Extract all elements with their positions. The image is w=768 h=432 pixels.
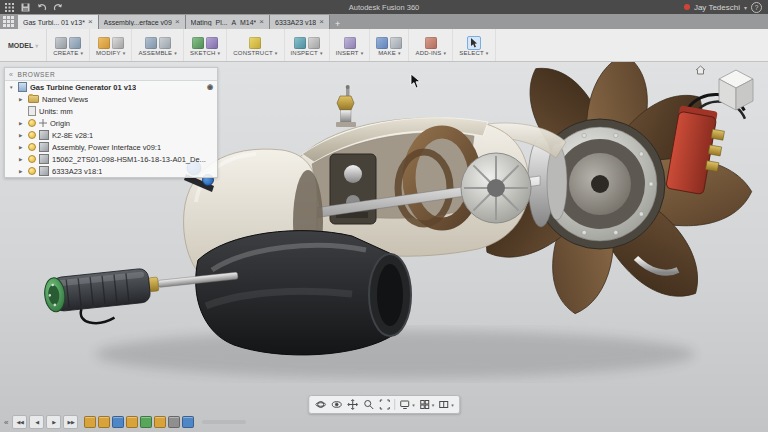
toolbar-group-assemble[interactable]: ASSEMBLE▾ <box>132 29 184 61</box>
group-label: INSPECT <box>291 50 318 56</box>
visibility-bulb-icon[interactable] <box>28 143 36 151</box>
timeline-collapse-icon[interactable]: « <box>2 418 10 427</box>
viewcube-home-icon[interactable] <box>694 64 707 76</box>
tab-close-icon[interactable]: × <box>319 18 324 26</box>
timeline-skip-start-button[interactable]: ◀◀ <box>12 415 27 429</box>
browser-row-units[interactable]: Units: mm <box>5 105 217 117</box>
section-analysis-icon <box>308 37 320 49</box>
toolbar-group-select[interactable]: SELECT▾ <box>453 29 495 61</box>
fit-view-icon[interactable] <box>378 398 391 411</box>
caret-down-icon[interactable]: ▾ <box>412 402 415 408</box>
redo-icon[interactable] <box>52 2 63 13</box>
caret-down-icon[interactable]: ▾ <box>451 402 454 408</box>
timeline-scrollbar[interactable] <box>202 420 246 424</box>
timeline-feature-marker[interactable] <box>140 416 152 428</box>
caret-down-icon[interactable]: ▾ <box>432 402 435 408</box>
toolbar-group-insert[interactable]: INSERT▾ <box>330 29 371 61</box>
timeline-skip-end-button[interactable]: ▶▶ <box>63 415 78 429</box>
group-label: INSERT <box>336 50 359 56</box>
viewcube[interactable] <box>694 64 762 116</box>
tab-close-icon[interactable]: × <box>175 18 180 26</box>
carbon-cowl[interactable] <box>196 231 411 355</box>
viewcube-cube-icon[interactable] <box>710 64 762 116</box>
app-menu-grid-icon[interactable] <box>4 2 15 13</box>
timeline-feature-marker[interactable] <box>98 416 110 428</box>
caret-down-icon: ▾ <box>218 50 221 56</box>
tab-assembly-power-interface[interactable]: Assembly...erface v09 × <box>99 15 186 29</box>
group-label: SELECT <box>459 50 484 56</box>
visibility-bulb-icon[interactable] <box>28 155 36 163</box>
toolbar-group-make[interactable]: MAKE▾ <box>370 29 409 61</box>
caret-down-icon: ▾ <box>123 50 126 56</box>
workspace-switcher[interactable]: MODEL ▾ <box>0 29 47 61</box>
browser-collapse-icon[interactable]: « <box>9 71 14 78</box>
browser-root-row[interactable]: ▼ Gas Turbine Generator 01 v13 ◉ <box>5 81 217 93</box>
timeline-step-back-button[interactable]: ◀ <box>29 415 44 429</box>
orbit-icon[interactable] <box>314 398 327 411</box>
tab-gas-turbine[interactable]: Gas Turbi... 01 v13* × <box>18 15 99 29</box>
insert-icon <box>344 37 356 49</box>
timeline-feature-marker[interactable] <box>126 416 138 428</box>
expander-icon[interactable]: ▶ <box>19 169 25 174</box>
browser-row-component-assembly[interactable]: ▶ Assembly, Power Interface v09:1 <box>5 141 217 153</box>
browser-row-origin[interactable]: ▶ Origin <box>5 117 217 129</box>
titlebar-right-tools: Jay Tedeschi ▾ ? <box>684 2 768 13</box>
select-cursor-icon <box>467 36 481 50</box>
browser-row-component-15062[interactable]: ▶ 15062_2TS01-098-HSM1-16-18-13-A01_De..… <box>5 153 217 165</box>
timeline-feature-marker[interactable] <box>112 416 124 428</box>
toolbar-group-inspect[interactable]: INSPECT▾ <box>285 29 330 61</box>
toolbar-group-create[interactable]: CREATE▾ <box>47 29 90 61</box>
viewports-icon[interactable] <box>437 398 450 411</box>
pan-icon[interactable] <box>346 398 359 411</box>
group-label: ASSEMBLE <box>138 50 172 56</box>
expander-icon[interactable]: ▶ <box>19 133 25 138</box>
viewport-3d[interactable]: « BROWSER ▼ Gas Turbine Generator 01 v13… <box>0 62 768 432</box>
tab-label: Assembly...erface v09 <box>104 19 172 26</box>
caret-down-icon: ▾ <box>444 50 447 56</box>
tab-6333a23[interactable]: 6333A23 v18 × <box>270 15 330 29</box>
caret-down-icon: ▾ <box>486 50 489 56</box>
fuel-valve[interactable] <box>336 85 356 127</box>
timeline-feature-marker[interactable] <box>84 416 96 428</box>
toolbar-group-addins[interactable]: ADD-INS▾ <box>409 29 453 61</box>
notification-badge-icon[interactable] <box>684 4 690 10</box>
user-name[interactable]: Jay Tedeschi <box>694 3 740 12</box>
browser-row-named-views[interactable]: ▶ Named Views <box>5 93 217 105</box>
timeline-play-button[interactable]: ▶ <box>46 415 61 429</box>
visibility-bulb-icon[interactable] <box>28 167 36 175</box>
data-panel-toggle-icon[interactable] <box>3 16 14 27</box>
tab-mating-plate[interactable]: Mating_Pl..._A_M14* × <box>186 15 270 29</box>
look-at-icon[interactable] <box>330 398 343 411</box>
tab-close-icon[interactable]: × <box>88 18 93 26</box>
timeline-feature-marker[interactable] <box>154 416 166 428</box>
expander-icon[interactable]: ▼ <box>9 85 15 90</box>
window-title: Autodesk Fusion 360 <box>0 3 768 12</box>
caret-down-icon: ▾ <box>275 50 278 56</box>
zoom-icon[interactable] <box>362 398 375 411</box>
browser-title: BROWSER <box>18 71 56 78</box>
new-tab-button[interactable]: + <box>330 19 345 29</box>
help-icon[interactable]: ? <box>751 2 762 13</box>
timeline-feature-marker[interactable] <box>182 416 194 428</box>
expander-icon[interactable]: ▶ <box>19 121 25 126</box>
save-icon[interactable] <box>20 2 31 13</box>
user-menu-caret-icon[interactable]: ▾ <box>744 4 747 11</box>
expander-icon[interactable]: ▶ <box>19 97 25 102</box>
toolbar-group-modify[interactable]: MODIFY▾ <box>90 29 132 61</box>
view-indicator-icon[interactable]: ◉ <box>207 83 213 91</box>
tab-close-icon[interactable]: × <box>259 18 264 26</box>
row-label: Named Views <box>42 95 88 104</box>
toolbar-group-construct[interactable]: CONSTRUCT▾ <box>227 29 284 61</box>
expander-icon[interactable]: ▶ <box>19 145 25 150</box>
create-icon <box>55 37 67 49</box>
visibility-bulb-icon[interactable] <box>28 131 36 139</box>
browser-row-component-6333a23[interactable]: ▶ 6333A23 v18:1 <box>5 165 217 177</box>
toolbar-group-sketch[interactable]: SKETCH▾ <box>184 29 227 61</box>
grid-settings-icon[interactable] <box>418 398 431 411</box>
browser-row-component-k2[interactable]: ▶ K2-8E v28:1 <box>5 129 217 141</box>
timeline-feature-marker[interactable] <box>168 416 180 428</box>
expander-icon[interactable]: ▶ <box>19 157 25 162</box>
visibility-bulb-icon[interactable] <box>28 119 36 127</box>
undo-icon[interactable] <box>36 2 47 13</box>
display-settings-icon[interactable] <box>398 398 411 411</box>
